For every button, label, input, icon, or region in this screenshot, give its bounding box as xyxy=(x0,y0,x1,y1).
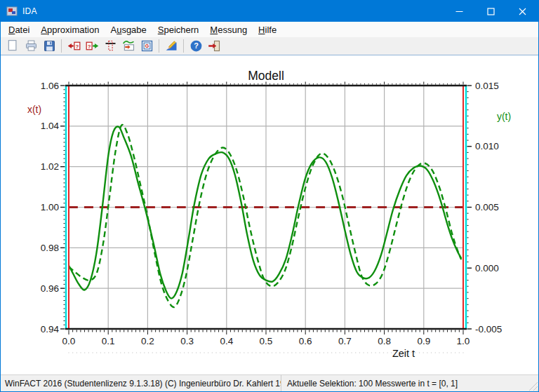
menu-speichern[interactable]: Speichern xyxy=(152,23,205,36)
x-tick-label: 0.4 xyxy=(220,336,233,346)
left-tick-label: 1.06 xyxy=(41,81,59,91)
menu-ausgabe[interactable]: Ausgabe xyxy=(105,23,152,36)
x-tick-label: 0.1 xyxy=(102,336,115,346)
toolbar-import-data-button[interactable]: ? xyxy=(65,38,83,55)
status-selection-text: Aktuelle Selektion: 100 Messwerte in t =… xyxy=(281,375,538,391)
right-tick-label: 0.010 xyxy=(475,141,499,151)
right-tick-label: 0.015 xyxy=(475,81,499,91)
maximize-button[interactable] xyxy=(475,1,507,22)
transfer-function-window-icon: G xyxy=(140,39,154,53)
toolbar-export-data-button[interactable]: ? xyxy=(83,38,101,55)
exit-icon xyxy=(207,39,222,53)
left-tick-label: 1.00 xyxy=(41,202,59,212)
new-document-icon xyxy=(6,39,20,53)
toolbar-exit-button[interactable] xyxy=(205,38,223,55)
left-axis-label: x(t) xyxy=(27,104,41,115)
toolbar-separator xyxy=(183,39,184,53)
menu-messung[interactable]: Messung xyxy=(204,23,253,36)
svg-text:?: ? xyxy=(75,43,79,50)
x-tick-label: 1.0 xyxy=(457,336,470,346)
menu-hilfe[interactable]: Hilfe xyxy=(253,23,282,36)
toolbar-measurement-table-button[interactable] xyxy=(101,38,119,55)
svg-text:G: G xyxy=(145,43,149,48)
toolbar-save-button[interactable] xyxy=(40,38,58,55)
toolbar-curve-window-button[interactable] xyxy=(119,38,138,55)
window-title: IDA xyxy=(22,6,37,16)
chart[interactable]: 1.061.041.021.000.980.960.940.0150.0100.… xyxy=(1,55,538,374)
status-bar: WinFACT 2016 (Studentenlizenz 9.1.3.18) … xyxy=(1,374,538,391)
label-layer: 1.061.041.021.000.980.960.940.0150.0100.… xyxy=(27,69,511,359)
x-axis-label: Zeit t xyxy=(392,348,415,359)
toolbar-help-button[interactable]: ? xyxy=(187,38,205,55)
x-tick-label: 0.5 xyxy=(260,336,273,346)
left-tick-label: 1.04 xyxy=(41,121,60,131)
curve-window-icon xyxy=(121,39,136,53)
svg-text:?: ? xyxy=(194,41,199,50)
toolbar: ??G? xyxy=(1,37,538,55)
toolbar-approximation-draw-button[interactable] xyxy=(162,38,180,55)
export-data-icon: ? xyxy=(85,39,100,53)
x-tick-label: 0.9 xyxy=(417,336,430,346)
menu-approximation[interactable]: Approximation xyxy=(35,23,105,36)
chart-title: Modell xyxy=(248,69,284,83)
x-tick-label: 0.2 xyxy=(141,336,154,346)
right-tick-label: 0.000 xyxy=(475,263,499,273)
left-tick-label: 0.98 xyxy=(41,243,59,253)
x-tick-label: 0.7 xyxy=(338,336,352,346)
menu-bar: DateiApproximationAusgabeSpeichernMessun… xyxy=(1,22,538,37)
series-y-solid xyxy=(69,126,461,298)
approximation-draw-icon xyxy=(164,39,179,53)
title-bar: IDA xyxy=(1,1,538,22)
close-button[interactable] xyxy=(507,1,538,22)
toolbar-transfer-function-window-button[interactable]: G xyxy=(138,38,156,55)
toolbar-separator xyxy=(61,39,62,53)
status-license-text: WinFACT 2016 (Studentenlizenz 9.1.3.18) … xyxy=(1,375,281,391)
toolbar-separator xyxy=(159,39,159,53)
chart-client-area: 1.061.041.021.000.980.960.940.0150.0100.… xyxy=(1,55,538,374)
x-tick-label: 0.3 xyxy=(180,336,194,346)
save-icon xyxy=(42,39,57,53)
x-tick-label: 0.0 xyxy=(62,336,76,346)
right-tick-label: -0.005 xyxy=(475,324,502,334)
right-axis-label: y(t) xyxy=(497,111,511,122)
help-icon: ? xyxy=(189,39,204,53)
x-tick-label: 0.8 xyxy=(378,336,391,346)
menu-datei[interactable]: Datei xyxy=(3,23,35,36)
measurement-table-icon xyxy=(103,39,118,53)
left-tick-label: 0.96 xyxy=(41,283,59,294)
print-icon xyxy=(24,39,39,53)
app-icon xyxy=(6,6,18,17)
left-tick-label: 1.02 xyxy=(41,161,59,172)
right-tick-label: 0.005 xyxy=(475,202,499,212)
toolbar-print-button[interactable] xyxy=(22,38,40,55)
svg-text:?: ? xyxy=(87,43,91,50)
minimize-button[interactable] xyxy=(444,1,475,22)
left-tick-label: 0.94 xyxy=(41,324,60,334)
toolbar-new-document-button[interactable] xyxy=(4,38,22,55)
caption-buttons xyxy=(444,1,538,22)
app-window: IDA DateiApproximationAusgabeSpeichernMe… xyxy=(0,0,539,392)
grid-layer xyxy=(69,86,463,329)
x-tick-label: 0.6 xyxy=(299,336,312,346)
import-data-icon: ? xyxy=(67,39,81,53)
